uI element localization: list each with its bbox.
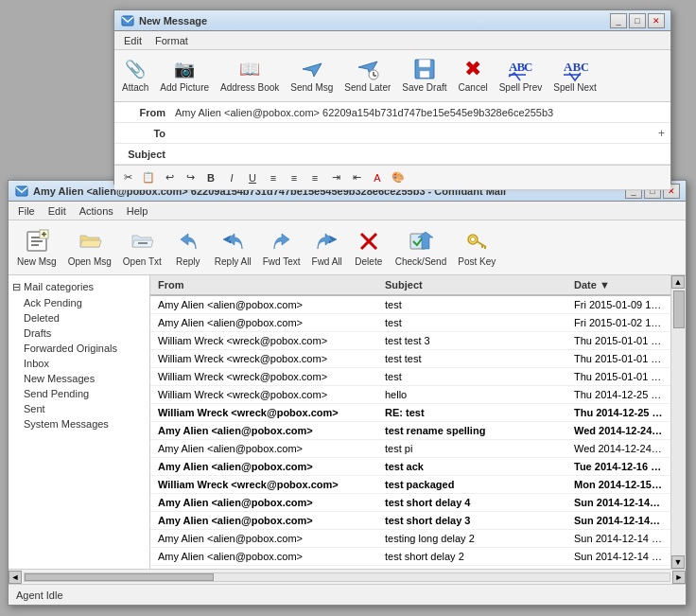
sidebar-section-mail[interactable]: ⊟ Mail categories bbox=[9, 279, 149, 295]
compose-close-button[interactable]: ✕ bbox=[648, 13, 665, 28]
email-subject: test bbox=[381, 315, 570, 330]
email-row[interactable]: Amy Alien <alien@pobox.com>test short de… bbox=[150, 548, 670, 566]
scroll-left-button[interactable]: ◄ bbox=[9, 571, 22, 584]
compose-menu-edit[interactable]: Edit bbox=[118, 33, 148, 48]
send-later-icon bbox=[355, 56, 381, 82]
horizontal-scrollbar[interactable]: ◄ ► bbox=[9, 569, 686, 584]
menu-actions[interactable]: Actions bbox=[74, 203, 119, 219]
attach-button[interactable]: 📎 Attach bbox=[120, 54, 150, 95]
delete-button[interactable]: Delete bbox=[351, 224, 387, 269]
sidebar-item-send-pending[interactable]: Send Pending bbox=[9, 386, 149, 401]
menu-edit[interactable]: Edit bbox=[43, 203, 72, 219]
sidebar-item-system-messages[interactable]: System Messages bbox=[9, 416, 149, 431]
compose-window: New Message _ □ ✕ Edit Format 📎 Attach 📷… bbox=[113, 9, 671, 185]
send-msg-button[interactable]: Send Msg bbox=[288, 54, 335, 95]
scroll-down-button[interactable]: ▼ bbox=[671, 555, 685, 569]
header-subject[interactable]: Subject bbox=[381, 277, 570, 292]
header-from[interactable]: From bbox=[154, 277, 381, 292]
scroll-up-button[interactable]: ▲ bbox=[671, 275, 685, 289]
italic-button[interactable]: I bbox=[222, 168, 241, 187]
sidebar-item-sent[interactable]: Sent bbox=[9, 401, 149, 416]
reply-all-label: Reply All bbox=[215, 256, 252, 267]
email-from: William Wreck <wreck@pobox.com> bbox=[154, 405, 381, 420]
redo-button[interactable]: ↪ bbox=[181, 168, 200, 187]
align-right-button[interactable]: ≡ bbox=[305, 168, 324, 187]
email-row[interactable]: William Wreck <wreck@pobox.com>helloThu … bbox=[150, 386, 670, 404]
spell-prev-button[interactable]: ABC Spell Prev bbox=[497, 54, 545, 95]
hscroll-thumb[interactable] bbox=[25, 573, 214, 581]
email-row[interactable]: William Wreck <wreck@pobox.com>test test… bbox=[150, 350, 670, 368]
indent-button[interactable]: ⇥ bbox=[326, 168, 345, 187]
email-row[interactable]: Amy Alien <alien@pobox.com>test piWed 20… bbox=[150, 440, 670, 458]
fwd-all-button[interactable]: Fwd All bbox=[309, 224, 345, 269]
email-row[interactable]: William Wreck <wreck@pobox.com>RE: testT… bbox=[150, 404, 670, 422]
fwd-text-button[interactable]: Fwd Text bbox=[260, 224, 304, 269]
scroll-right-button[interactable]: ► bbox=[672, 571, 686, 584]
email-row[interactable]: William Wreck <wreck@pobox.com>testThu 2… bbox=[150, 368, 670, 386]
sidebar-item-new-messages[interactable]: New Messages bbox=[9, 371, 149, 386]
email-row[interactable]: Amy Alien <alien@pobox.com>test short de… bbox=[150, 512, 670, 530]
reply-button[interactable]: Reply bbox=[170, 224, 206, 269]
svg-text:ABC: ABC bbox=[564, 60, 588, 74]
email-from: Amy Alien <alien@pobox.com> bbox=[154, 297, 381, 312]
email-row[interactable]: Amy Alien <alien@pobox.com>test delay on… bbox=[150, 566, 670, 569]
sidebar-item-drafts[interactable]: Drafts bbox=[9, 326, 149, 341]
align-left-button[interactable]: ≡ bbox=[264, 168, 283, 187]
menu-help[interactable]: Help bbox=[121, 203, 154, 219]
align-center-button[interactable]: ≡ bbox=[285, 168, 304, 187]
email-row[interactable]: Amy Alien <alien@pobox.com>testFri 2015-… bbox=[150, 296, 670, 314]
email-row[interactable]: William Wreck <wreck@pobox.com>test pack… bbox=[150, 476, 670, 494]
address-book-button[interactable]: 📖 Address Book bbox=[218, 54, 281, 95]
save-draft-button[interactable]: Save Draft bbox=[400, 54, 448, 95]
email-row[interactable]: Amy Alien <alien@pobox.com>test rename s… bbox=[150, 422, 670, 440]
header-date[interactable]: Date ▼ bbox=[570, 277, 667, 292]
spell-next-button[interactable]: ABC Spell Next bbox=[551, 54, 599, 95]
sidebar-item-deleted[interactable]: Deleted bbox=[9, 310, 149, 326]
cancel-button[interactable]: ✖ Cancel bbox=[457, 54, 490, 95]
send-later-button[interactable]: Send Later bbox=[342, 54, 392, 95]
highlight-button[interactable]: 🎨 bbox=[389, 168, 408, 187]
check-send-button[interactable]: Check/Send bbox=[392, 224, 449, 269]
add-picture-button[interactable]: 📷 Add Picture bbox=[158, 54, 211, 95]
email-row[interactable]: Amy Alien <alien@pobox.com>test short de… bbox=[150, 494, 670, 512]
reply-all-button[interactable]: Reply All bbox=[212, 224, 254, 269]
vertical-scrollbar[interactable]: ▲ ▼ bbox=[670, 275, 686, 569]
post-key-button[interactable]: Post Key bbox=[455, 224, 498, 269]
bold-button[interactable]: B bbox=[201, 168, 220, 187]
outdent-button[interactable]: ⇤ bbox=[347, 168, 366, 187]
attach-icon: 📎 bbox=[122, 56, 148, 82]
email-row[interactable]: William Wreck <wreck@pobox.com>test test… bbox=[150, 332, 670, 350]
copy-button[interactable]: 📋 bbox=[139, 168, 158, 187]
compose-maximize-button[interactable]: □ bbox=[629, 13, 646, 28]
email-subject: RE: test bbox=[381, 405, 570, 420]
open-msg-button[interactable]: Open Msg bbox=[65, 224, 114, 269]
sidebar-item-ack-pending[interactable]: Ack Pending bbox=[9, 295, 149, 310]
email-row[interactable]: Amy Alien <alien@pobox.com>test ackTue 2… bbox=[150, 458, 670, 476]
compose-window-icon bbox=[120, 13, 135, 28]
main-window-icon bbox=[14, 184, 29, 199]
cut-button[interactable]: ✂ bbox=[118, 168, 137, 187]
open-txt-button[interactable]: Open Txt bbox=[120, 224, 165, 269]
svg-point-13 bbox=[471, 238, 476, 242]
email-subject: test short delay 4 bbox=[381, 495, 570, 510]
compose-menu-format[interactable]: Format bbox=[149, 33, 194, 48]
address-book-label: Address Book bbox=[220, 82, 279, 93]
new-msg-button[interactable]: New Msg bbox=[14, 224, 60, 269]
undo-button[interactable]: ↩ bbox=[160, 168, 179, 187]
subject-field[interactable] bbox=[171, 147, 670, 162]
email-subject: test short delay 2 bbox=[381, 549, 570, 564]
to-field[interactable] bbox=[171, 126, 652, 141]
sidebar-item-inbox[interactable]: Inbox bbox=[9, 356, 149, 371]
spell-prev-icon: ABC bbox=[507, 56, 533, 82]
email-row[interactable]: Amy Alien <alien@pobox.com>testing long … bbox=[150, 530, 670, 548]
sidebar-item-forwarded-originals[interactable]: Forwarded Originals bbox=[9, 341, 149, 356]
underline-button[interactable]: U bbox=[243, 168, 262, 187]
to-plus-button[interactable]: + bbox=[652, 125, 670, 142]
font-color-button[interactable]: A bbox=[368, 168, 387, 187]
menu-file[interactable]: File bbox=[12, 203, 41, 219]
delete-icon bbox=[354, 226, 384, 256]
email-subject: testing long delay 2 bbox=[381, 531, 570, 546]
email-row[interactable]: Amy Alien <alien@pobox.com>testFri 2015-… bbox=[150, 314, 670, 332]
compose-minimize-button[interactable]: _ bbox=[610, 13, 627, 28]
scroll-thumb[interactable] bbox=[673, 290, 685, 328]
